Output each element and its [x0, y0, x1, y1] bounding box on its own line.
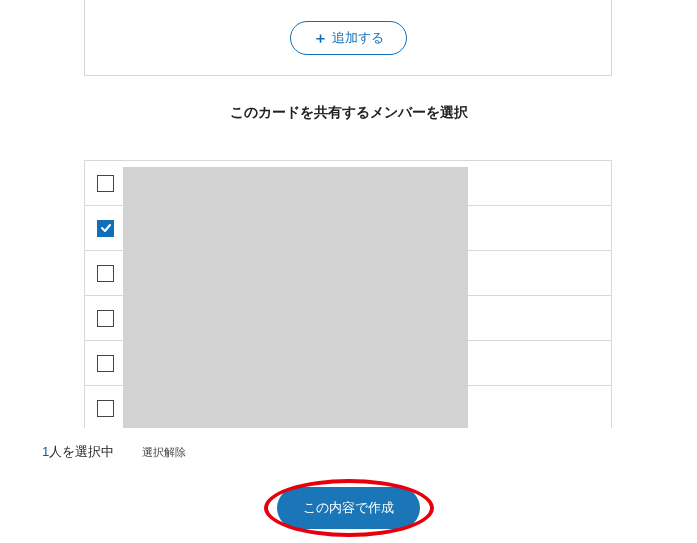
- member-checkbox[interactable]: [97, 265, 114, 282]
- add-button-label: 追加する: [332, 29, 384, 47]
- submit-highlight: この内容で作成: [264, 479, 434, 537]
- status-bar: 1人を選択中 選択解除: [42, 443, 186, 461]
- redaction-overlay: [123, 167, 468, 428]
- submit-button[interactable]: この内容で作成: [277, 487, 420, 529]
- add-button[interactable]: ＋ 追加する: [290, 21, 407, 55]
- member-checkbox[interactable]: [97, 355, 114, 372]
- selected-count-suffix: 人を選択中: [49, 444, 114, 459]
- top-card: ＋ 追加する: [84, 0, 612, 76]
- member-checkbox[interactable]: [97, 220, 114, 237]
- plus-icon: ＋: [313, 30, 328, 45]
- check-icon: [100, 222, 112, 234]
- submit-area: この内容で作成: [0, 479, 697, 537]
- selected-count: 1人を選択中: [42, 443, 114, 461]
- section-title: このカードを共有するメンバーを選択: [0, 104, 697, 122]
- member-checkbox[interactable]: [97, 400, 114, 417]
- member-checkbox[interactable]: [97, 310, 114, 327]
- member-checkbox[interactable]: [97, 175, 114, 192]
- clear-selection[interactable]: 選択解除: [142, 445, 186, 460]
